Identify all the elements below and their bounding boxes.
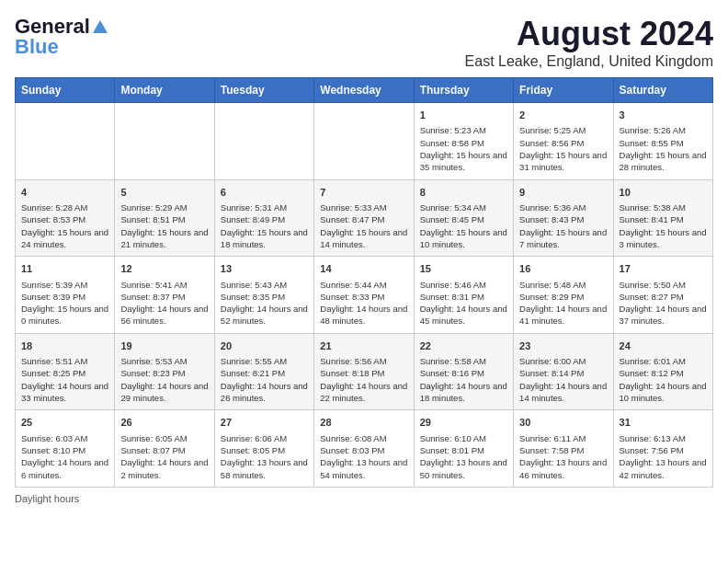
day-info: Sunrise: 5:51 AM Sunset: 8:25 PM Dayligh… (21, 355, 108, 404)
calendar-cell: 24Sunrise: 6:01 AM Sunset: 8:12 PM Dayli… (613, 333, 712, 410)
calendar-cell: 11Sunrise: 5:39 AM Sunset: 8:39 PM Dayli… (16, 257, 115, 334)
calendar-cell: 3Sunrise: 5:26 AM Sunset: 8:55 PM Daylig… (613, 103, 712, 180)
day-info: Sunrise: 5:41 AM Sunset: 8:37 PM Dayligh… (120, 279, 208, 327)
calendar-cell: 16Sunrise: 5:48 AM Sunset: 8:29 PM Dayli… (514, 257, 613, 334)
day-number: 27 (221, 416, 308, 430)
day-info: Sunrise: 5:58 AM Sunset: 8:16 PM Dayligh… (420, 355, 507, 404)
calendar-cell: 30Sunrise: 6:11 AM Sunset: 7:58 PM Dayli… (514, 410, 613, 488)
day-number: 3 (620, 109, 707, 122)
logo-triangle-icon (92, 18, 108, 35)
calendar-cell (16, 103, 115, 180)
day-number: 2 (519, 109, 607, 122)
day-info: Sunrise: 5:33 AM Sunset: 8:47 PM Dayligh… (320, 201, 407, 250)
calendar-cell: 17Sunrise: 5:50 AM Sunset: 8:27 PM Dayli… (613, 257, 712, 334)
day-number: 17 (620, 262, 707, 276)
day-info: Sunrise: 5:43 AM Sunset: 8:35 PM Dayligh… (221, 279, 308, 327)
logo-blue: Blue (15, 35, 59, 59)
day-number: 1 (420, 109, 507, 122)
day-number: 24 (620, 339, 707, 353)
day-info: Sunrise: 5:28 AM Sunset: 8:53 PM Dayligh… (21, 201, 108, 250)
calendar-cell: 8Sunrise: 5:34 AM Sunset: 8:45 PM Daylig… (414, 179, 513, 257)
day-number: 14 (320, 262, 407, 276)
day-info: Sunrise: 6:01 AM Sunset: 8:12 PM Dayligh… (620, 355, 707, 404)
svg-marker-0 (93, 20, 108, 33)
day-number: 5 (120, 186, 208, 200)
day-number: 12 (120, 262, 208, 276)
day-header-monday: Monday (115, 78, 214, 103)
day-number: 10 (620, 186, 707, 200)
calendar-cell: 10Sunrise: 5:38 AM Sunset: 8:41 PM Dayli… (613, 179, 712, 257)
title-area: August 2024 East Leake, England, United … (465, 15, 713, 70)
day-info: Sunrise: 6:03 AM Sunset: 8:10 PM Dayligh… (21, 432, 108, 481)
day-number: 9 (519, 186, 607, 200)
day-info: Sunrise: 5:26 AM Sunset: 8:55 PM Dayligh… (620, 124, 707, 173)
calendar-cell: 13Sunrise: 5:43 AM Sunset: 8:35 PM Dayli… (214, 257, 313, 334)
calendar-cell: 28Sunrise: 6:08 AM Sunset: 8:03 PM Dayli… (314, 410, 414, 488)
calendar-cell: 12Sunrise: 5:41 AM Sunset: 8:37 PM Dayli… (115, 257, 214, 334)
day-info: Sunrise: 5:46 AM Sunset: 8:31 PM Dayligh… (420, 279, 507, 327)
day-number: 11 (21, 262, 108, 276)
day-number: 26 (120, 416, 208, 430)
day-info: Sunrise: 6:11 AM Sunset: 7:58 PM Dayligh… (519, 432, 607, 481)
calendar-cell: 25Sunrise: 6:03 AM Sunset: 8:10 PM Dayli… (16, 410, 115, 488)
calendar-cell: 31Sunrise: 6:13 AM Sunset: 7:56 PM Dayli… (613, 410, 712, 488)
day-number: 6 (221, 186, 308, 200)
logo: General Blue (15, 15, 108, 59)
calendar-cell: 23Sunrise: 6:00 AM Sunset: 8:14 PM Dayli… (514, 333, 613, 410)
day-number: 7 (320, 186, 407, 200)
page-header: General Blue August 2024 East Leake, Eng… (15, 15, 713, 70)
calendar-cell: 29Sunrise: 6:10 AM Sunset: 8:01 PM Dayli… (414, 410, 513, 488)
day-info: Sunrise: 6:05 AM Sunset: 8:07 PM Dayligh… (120, 432, 208, 481)
day-info: Sunrise: 5:55 AM Sunset: 8:21 PM Dayligh… (221, 355, 308, 404)
day-number: 18 (21, 339, 108, 353)
calendar-cell: 5Sunrise: 5:29 AM Sunset: 8:51 PM Daylig… (115, 179, 214, 257)
day-info: Sunrise: 5:56 AM Sunset: 8:18 PM Dayligh… (320, 355, 407, 404)
day-number: 30 (519, 416, 607, 430)
calendar-cell: 1Sunrise: 5:23 AM Sunset: 8:58 PM Daylig… (414, 103, 513, 180)
day-header-wednesday: Wednesday (314, 78, 414, 103)
day-number: 16 (519, 262, 607, 276)
calendar-cell: 21Sunrise: 5:56 AM Sunset: 8:18 PM Dayli… (314, 333, 414, 410)
calendar-cell (314, 103, 414, 180)
calendar-cell: 15Sunrise: 5:46 AM Sunset: 8:31 PM Dayli… (414, 257, 513, 334)
day-info: Sunrise: 5:36 AM Sunset: 8:43 PM Dayligh… (519, 201, 607, 250)
calendar-cell: 27Sunrise: 6:06 AM Sunset: 8:05 PM Dayli… (214, 410, 313, 488)
day-header-saturday: Saturday (613, 78, 712, 103)
day-info: Sunrise: 5:25 AM Sunset: 8:56 PM Dayligh… (519, 124, 607, 173)
day-info: Sunrise: 6:06 AM Sunset: 8:05 PM Dayligh… (221, 432, 308, 481)
day-number: 28 (320, 416, 407, 430)
day-number: 13 (221, 262, 308, 276)
day-number: 20 (221, 339, 308, 353)
day-number: 22 (420, 339, 507, 353)
day-info: Sunrise: 5:44 AM Sunset: 8:33 PM Dayligh… (320, 279, 407, 327)
calendar-cell (115, 103, 214, 180)
calendar-cell: 20Sunrise: 5:55 AM Sunset: 8:21 PM Dayli… (214, 333, 313, 410)
calendar-cell: 14Sunrise: 5:44 AM Sunset: 8:33 PM Dayli… (314, 257, 414, 334)
day-info: Sunrise: 6:10 AM Sunset: 8:01 PM Dayligh… (420, 432, 507, 481)
day-info: Sunrise: 5:50 AM Sunset: 8:27 PM Dayligh… (620, 279, 707, 327)
day-number: 31 (620, 416, 707, 430)
calendar-cell: 26Sunrise: 6:05 AM Sunset: 8:07 PM Dayli… (115, 410, 214, 488)
calendar-table: SundayMondayTuesdayWednesdayThursdayFrid… (15, 77, 713, 488)
day-info: Sunrise: 5:31 AM Sunset: 8:49 PM Dayligh… (221, 201, 308, 250)
page-title: August 2024 (465, 15, 713, 53)
day-number: 21 (320, 339, 407, 353)
day-info: Sunrise: 5:48 AM Sunset: 8:29 PM Dayligh… (519, 279, 607, 327)
day-info: Sunrise: 5:53 AM Sunset: 8:23 PM Dayligh… (120, 355, 208, 404)
day-header-thursday: Thursday (414, 78, 513, 103)
day-number: 8 (420, 186, 507, 200)
calendar-cell: 7Sunrise: 5:33 AM Sunset: 8:47 PM Daylig… (314, 179, 414, 257)
day-info: Sunrise: 5:39 AM Sunset: 8:39 PM Dayligh… (21, 279, 108, 327)
calendar-cell: 19Sunrise: 5:53 AM Sunset: 8:23 PM Dayli… (115, 333, 214, 410)
day-number: 4 (21, 186, 108, 200)
day-info: Sunrise: 6:13 AM Sunset: 7:56 PM Dayligh… (620, 432, 707, 481)
day-info: Sunrise: 6:00 AM Sunset: 8:14 PM Dayligh… (519, 355, 607, 404)
day-info: Sunrise: 5:38 AM Sunset: 8:41 PM Dayligh… (620, 201, 707, 250)
day-number: 15 (420, 262, 507, 276)
day-number: 29 (420, 416, 507, 430)
page-subtitle: East Leake, England, United Kingdom (465, 53, 713, 70)
calendar-cell: 9Sunrise: 5:36 AM Sunset: 8:43 PM Daylig… (514, 179, 613, 257)
calendar-cell: 22Sunrise: 5:58 AM Sunset: 8:16 PM Dayli… (414, 333, 513, 410)
day-number: 19 (120, 339, 208, 353)
calendar-cell: 2Sunrise: 5:25 AM Sunset: 8:56 PM Daylig… (514, 103, 613, 180)
